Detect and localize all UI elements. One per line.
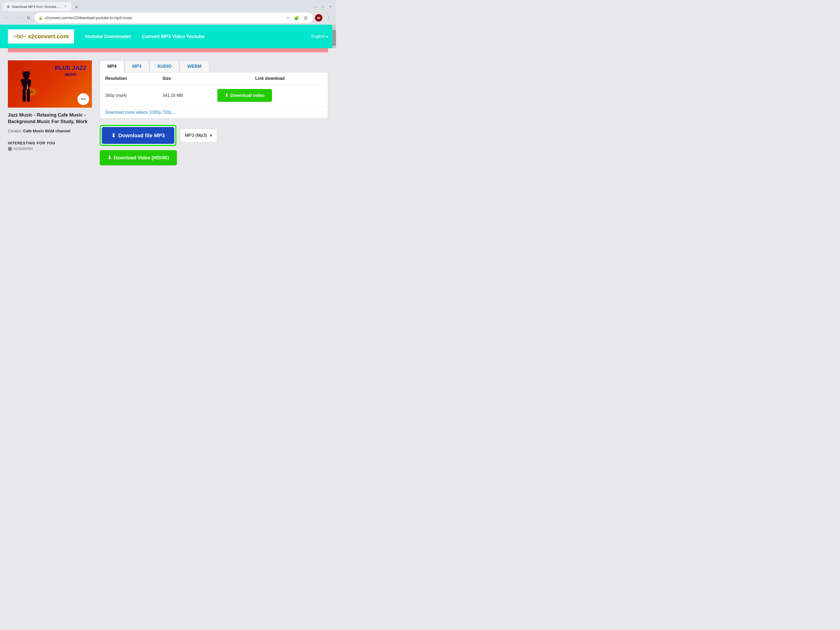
profile-avatar[interactable]: W [315,14,322,22]
lock-icon: 🔒 [38,16,43,20]
guitarist-silhouette-icon [13,71,39,107]
col-link-download: Link download [212,73,328,85]
top-bar-hint [8,48,328,52]
tab-title: Download MP3 from Youtube, co [12,5,61,9]
format-tabs: MP4 MP3 AUDIO WEBM [100,60,328,73]
download-mp3-label: Download file MP3 [118,133,165,139]
video-thumbnail: BLUE JAZZ MUSIC BGM [8,60,92,107]
language-label: English [311,34,325,39]
interesting-for-you-label: INTERESTING FOR YOU [8,141,92,145]
more-videos-link[interactable]: Download more videos 1080p,720p.... [100,106,328,118]
download-hd-icon: ⬇ [107,155,112,161]
minimize-button[interactable]: — [313,4,318,9]
bookmark-button[interactable]: ☆ [284,14,291,22]
download-table: Resolution Size Link download 360p (mp4)… [100,73,328,106]
download-video-button[interactable]: ⬇ Download video [217,89,272,102]
tab-webm[interactable]: WEBM [180,60,209,72]
main-content: BLUE JAZZ MUSIC BGM Jazz Music - Relaxin… [0,52,336,173]
tab-mp4[interactable]: MP4 [100,60,124,73]
language-arrow-icon: ▾ [326,34,328,39]
download-hd-label: Download Video (HD/4K) [114,155,169,161]
site-nav: Youtube Downloader Convert MP3 Video You… [85,34,205,39]
svg-rect-2 [23,71,29,74]
video-title: Jazz Music - Relaxing Cafe Music - Backg… [8,112,92,125]
left-column: BLUE JAZZ MUSIC BGM Jazz Music - Relaxin… [8,60,92,151]
logo-area[interactable]: ⊣x⊢ x2convert.com [8,29,74,44]
forward-button[interactable]: → [14,14,22,22]
adskeeper-circle-icon [8,147,12,151]
creator-name: Cafe Music BGM channel [23,129,70,133]
download-video-icon: ⬇ [225,93,228,98]
mp3-section: ⬇ Download file MP3 MP3 (Mp3) ▾ [100,125,328,146]
download-hd-button[interactable]: ⬇ Download Video (HD/4K) [100,150,177,165]
nav-youtube-downloader[interactable]: Youtube Downloader [85,34,131,39]
svg-rect-9 [22,89,26,102]
tab-mp3[interactable]: MP3 [125,60,149,72]
adskeeper-text: ADSKEEPER [14,147,33,151]
scrollbar[interactable] [332,25,336,48]
browser-tab[interactable]: ⊛ Download MP3 from Youtube, co × [3,2,71,11]
nav-convert-mp3[interactable]: Convert MP3 Video Youtube [142,34,204,39]
download-mp3-button[interactable]: ⬇ Download file MP3 [102,127,174,144]
right-column: MP4 MP3 AUDIO WEBM Resolution Size Link … [100,60,328,165]
browser-menu-button[interactable]: ⋮ [324,14,333,22]
back-button[interactable]: ← [3,14,11,22]
creator-info: Creator: Cafe Music BGM channel [8,129,92,133]
extensions-button[interactable]: 🧩 [293,14,300,22]
download-table-wrapper: Resolution Size Link download 360p (mp4)… [100,73,328,118]
download-mp3-icon: ⬇ [111,132,116,139]
logo-text: x2convert.com [28,33,68,40]
col-resolution: Resolution [100,73,157,85]
tab-favicon: ⊛ [7,5,10,9]
url-text: x2convert.com/en22/download-youtube-to-m… [45,16,282,20]
logo-icon: ⊣x⊢ [13,33,26,40]
address-bar[interactable]: 🔒 x2convert.com/en22/download-youtube-to… [35,13,313,23]
size-cell: 341.18 MB [157,85,212,106]
language-selector[interactable]: English ▾ [311,34,328,39]
resolution-cell: 360p (mp4) [100,85,157,106]
svg-rect-10 [27,89,30,102]
site-header: ⊣x⊢ x2convert.com Youtube Downloader Con… [0,25,336,48]
reload-button[interactable]: ↻ [24,14,33,22]
close-window-button[interactable]: × [328,4,333,9]
thumbnail-title: BLUE JAZZ [55,65,87,71]
tab-audio[interactable]: AUDIO [150,60,179,72]
format-selector-arrow-icon: ▾ [210,133,212,138]
adskeeper-badge: ADSKEEPER [8,147,92,151]
thumbnail-subtitle: MUSIC [55,73,87,77]
tab-close-button[interactable]: × [63,4,68,9]
svg-point-5 [29,90,33,93]
download-mp3-wrapper: ⬇ Download file MP3 [100,125,177,146]
table-row: 360p (mp4) 341.18 MB ⬇ Download video [100,85,328,106]
link-download-cell: ⬇ Download video [212,85,328,106]
creator-prefix: Creator: [8,129,23,133]
scrollbar-thumb [332,30,336,46]
download-video-label: Download video [231,93,265,98]
cast-button[interactable]: ⊟ [302,14,309,22]
new-tab-button[interactable]: + [73,3,81,11]
video-info: Jazz Music - Relaxing Cafe Music - Backg… [8,112,92,133]
col-size: Size [157,73,212,85]
format-selector-label: MP3 (Mp3) [185,133,207,138]
maximize-button[interactable]: □ [320,4,325,9]
format-selector[interactable]: MP3 (Mp3) ▾ [180,129,217,142]
bgm-badge: BGM [77,93,89,105]
